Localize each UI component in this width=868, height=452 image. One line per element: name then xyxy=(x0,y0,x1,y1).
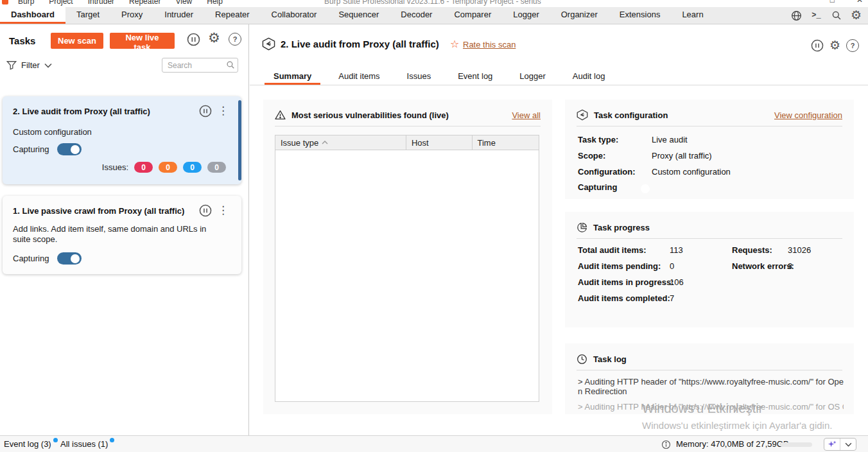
tasks-settings-gear-icon[interactable]: ⚙ xyxy=(208,31,221,45)
menu-view[interactable]: View xyxy=(172,0,195,6)
issues-low-badge[interactable]: 0 xyxy=(183,162,202,173)
audit-items-completed-label: Audit items completed: xyxy=(578,293,670,303)
menu-burp[interactable]: Burp xyxy=(15,0,37,6)
task-card-live-audit[interactable]: 2. Live audit from Proxy (all traffic) ⋮… xyxy=(3,96,241,184)
ai-sparkles-button[interactable] xyxy=(824,439,840,450)
tab-collaborator[interactable]: Collaborator xyxy=(261,7,328,24)
column-host[interactable]: Host xyxy=(406,135,473,150)
scan-pause-icon[interactable] xyxy=(811,39,824,52)
search-icon[interactable] xyxy=(831,10,842,21)
window-titlebar: Burp Project Intruder Repeater View Help… xyxy=(0,0,868,7)
tab-proxy[interactable]: Proxy xyxy=(110,7,153,24)
column-time[interactable]: Time xyxy=(473,135,539,150)
tab-decoder[interactable]: Decoder xyxy=(390,7,443,24)
issues-info-badge[interactable]: 0 xyxy=(207,162,226,173)
task-type-label: Task type: xyxy=(578,135,639,144)
task-card-live-passive-crawl[interactable]: 1. Live passive crawl from Proxy (all tr… xyxy=(3,196,241,274)
rate-this-scan-link[interactable]: Rate this scan xyxy=(463,40,516,49)
status-chevron-down-icon[interactable] xyxy=(840,439,856,450)
requests-value: 31026 xyxy=(788,245,811,255)
filter-label[interactable]: Filter xyxy=(21,60,40,70)
pause-all-tasks-icon[interactable] xyxy=(187,33,200,46)
view-all-link[interactable]: View all xyxy=(512,110,541,120)
scan-help-icon[interactable]: ? xyxy=(846,39,859,52)
task-menu-kebab-icon[interactable]: ⋮ xyxy=(218,204,229,217)
pie-chart-icon xyxy=(577,222,587,233)
task-pause-icon[interactable] xyxy=(199,105,212,117)
tab-sequencer[interactable]: Sequencer xyxy=(327,7,390,24)
column-issue-type[interactable]: Issue type xyxy=(275,135,406,150)
close-button[interactable]: ✕ xyxy=(856,0,863,7)
capturing-label: Capturing xyxy=(578,182,639,192)
tab-repeater[interactable]: Repeater xyxy=(204,7,260,24)
new-scan-button[interactable]: New scan xyxy=(51,33,103,49)
rate-star-icon[interactable]: ☆ xyxy=(450,38,459,50)
scan-tab-audit-log[interactable]: Audit log xyxy=(564,69,614,85)
settings-gear-icon[interactable]: ⚙ xyxy=(851,10,862,21)
search-magnifier-icon xyxy=(226,60,235,69)
menu-project[interactable]: Project xyxy=(46,0,76,6)
filter-chevron-down-icon[interactable] xyxy=(44,63,52,68)
scan-settings-gear-icon[interactable]: ⚙ xyxy=(829,39,840,52)
tasks-panel: Tasks New scan New live task ⚙ ? Filter … xyxy=(0,24,249,435)
task-pause-icon[interactable] xyxy=(199,204,212,217)
tab-organizer[interactable]: Organizer xyxy=(550,7,609,24)
vulnerabilities-panel: Most serious vulnerabilities found (live… xyxy=(263,100,552,414)
configuration-value: Custom configuration xyxy=(652,167,731,177)
terminal-icon[interactable]: >_ xyxy=(811,10,822,21)
capturing-toggle[interactable] xyxy=(57,143,82,155)
tab-dashboard[interactable]: Dashboard xyxy=(0,7,65,24)
task-menu-kebab-icon[interactable]: ⋮ xyxy=(218,104,229,117)
menu-help[interactable]: Help xyxy=(204,0,226,6)
task-card-subtitle: Add links. Add item itself, same domain … xyxy=(13,224,212,245)
total-audit-items-label: Total audit items: xyxy=(578,245,647,255)
scan-tab-audit-items[interactable]: Audit items xyxy=(329,69,388,85)
tab-intruder[interactable]: Intruder xyxy=(153,7,204,24)
task-card-subtitle: Custom configuration xyxy=(13,127,212,137)
issues-medium-badge[interactable]: 0 xyxy=(159,162,177,173)
filter-funnel-icon[interactable] xyxy=(6,60,17,70)
scan-tab-event-log[interactable]: Event log xyxy=(449,69,501,85)
clock-icon xyxy=(577,354,587,365)
tab-logger[interactable]: Logger xyxy=(502,7,550,24)
tasks-help-icon[interactable]: ? xyxy=(229,33,241,46)
all-issues-status[interactable]: All issues (1) xyxy=(60,439,114,449)
network-errors-label: Network errors: xyxy=(732,261,794,271)
memory-usage-bar xyxy=(780,442,812,447)
event-log-status[interactable]: Event log (3) xyxy=(4,439,58,449)
scope-value: Proxy (all traffic) xyxy=(652,151,712,161)
audit-items-pending-label: Audit items pending: xyxy=(578,261,661,271)
issues-label: Issues: xyxy=(102,162,128,172)
vulnerabilities-table[interactable]: Issue type Host Time xyxy=(275,135,539,402)
tasks-panel-title: Tasks xyxy=(9,35,35,46)
task-selected-indicator xyxy=(238,100,241,180)
audit-items-pending-value: 0 xyxy=(670,261,674,271)
tab-target[interactable]: Target xyxy=(65,7,110,24)
task-log-lines[interactable]: > Auditing HTTP header of "https://www.r… xyxy=(578,377,844,414)
browser-globe-icon[interactable] xyxy=(791,10,802,21)
network-errors-value: 3 xyxy=(788,261,792,271)
new-live-task-button[interactable]: New live task xyxy=(110,33,175,49)
scan-tab-logger[interactable]: Logger xyxy=(510,69,554,85)
task-type-value: Live audit xyxy=(652,135,688,144)
menu-intruder[interactable]: Intruder xyxy=(85,0,117,6)
issues-high-badge[interactable]: 0 xyxy=(134,162,153,173)
task-configuration-panel: Task configuration View configuration Ta… xyxy=(565,100,854,199)
menu-repeater[interactable]: Repeater xyxy=(126,0,164,6)
event-log-notification-dot xyxy=(53,438,58,442)
scan-tab-summary[interactable]: Summary xyxy=(265,69,320,85)
status-bar: Event log (3) All issues (1) Memory: 470… xyxy=(0,435,868,452)
view-configuration-link[interactable]: View configuration xyxy=(774,110,842,120)
audit-items-in-progress-value: 106 xyxy=(670,277,684,287)
task-progress-title: Task progress xyxy=(593,223,650,232)
tab-extensions[interactable]: Extensions xyxy=(609,7,672,24)
maximize-button[interactable]: □ xyxy=(830,0,835,7)
tab-comparer[interactable]: Comparer xyxy=(443,7,502,24)
scan-tab-issues[interactable]: Issues xyxy=(398,69,440,85)
capturing-toggle[interactable] xyxy=(57,252,82,265)
back-arrow-icon[interactable] xyxy=(262,37,275,51)
task-log-line: > Auditing HTTP header of "https://www.r… xyxy=(578,377,844,396)
tab-learn[interactable]: Learn xyxy=(671,7,714,24)
sort-ascending-icon xyxy=(322,141,328,144)
window-title: Burp Suite Professional v2023.11.6 - Tem… xyxy=(324,0,541,7)
